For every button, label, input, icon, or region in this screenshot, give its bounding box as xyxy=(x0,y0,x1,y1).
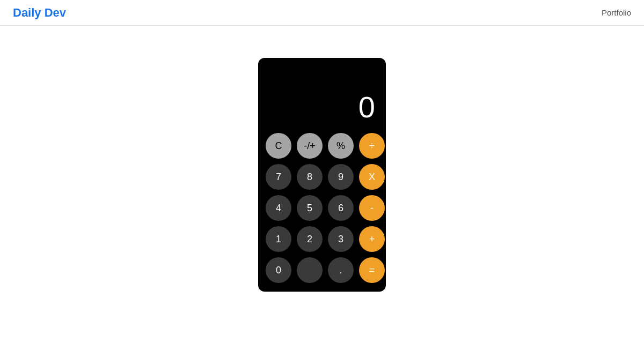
six-button[interactable]: 6 xyxy=(328,195,354,221)
seven-button[interactable]: 7 xyxy=(266,164,291,190)
one-button[interactable]: 1 xyxy=(266,226,291,252)
two-button[interactable]: 2 xyxy=(297,226,323,252)
site-title: Daily Dev xyxy=(13,6,66,20)
calculator-display: 0 xyxy=(258,58,386,133)
buttons-grid: C-/+%÷789X456-123+0.= xyxy=(258,133,386,283)
clear-button[interactable]: C xyxy=(266,133,291,159)
divide-button[interactable]: ÷ xyxy=(359,133,385,159)
subtract-button[interactable]: - xyxy=(359,195,385,221)
negate-button[interactable]: -/+ xyxy=(297,133,323,159)
zero-button[interactable]: 0 xyxy=(266,257,291,283)
calculator: 0 C-/+%÷789X456-123+0.= xyxy=(258,58,386,292)
site-header: Daily Dev Portfolio xyxy=(0,0,644,26)
multiply-button[interactable]: X xyxy=(359,164,385,190)
percent-button[interactable]: % xyxy=(328,133,354,159)
equals-button[interactable]: = xyxy=(359,257,385,283)
four-button[interactable]: 4 xyxy=(266,195,291,221)
three-button[interactable]: 3 xyxy=(328,226,354,252)
add-button[interactable]: + xyxy=(359,226,385,252)
nine-button[interactable]: 9 xyxy=(328,164,354,190)
portfolio-link[interactable]: Portfolio xyxy=(602,8,631,17)
display-value: 0 xyxy=(358,90,375,124)
eight-button[interactable]: 8 xyxy=(297,164,323,190)
empty-button[interactable] xyxy=(297,257,323,283)
main-content: 0 C-/+%÷789X456-123+0.= xyxy=(0,26,644,292)
decimal-button[interactable]: . xyxy=(328,257,354,283)
five-button[interactable]: 5 xyxy=(297,195,323,221)
